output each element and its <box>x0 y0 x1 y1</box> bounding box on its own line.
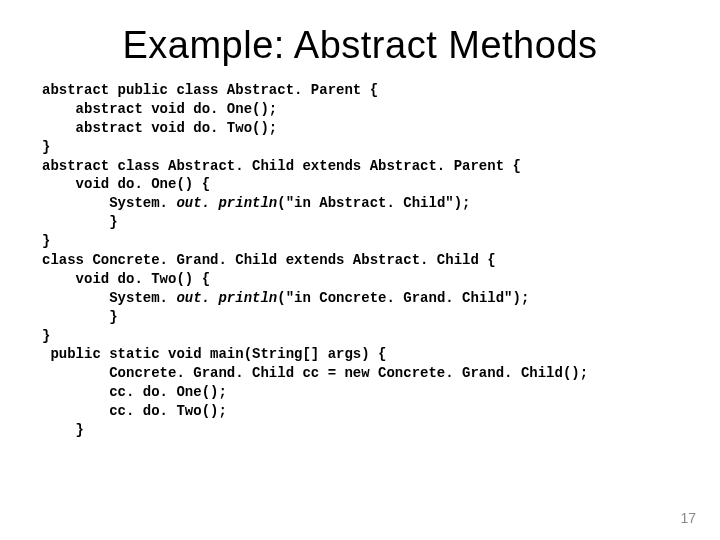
slide: Example: Abstract Methods abstract publi… <box>0 0 720 540</box>
code-italic: out. println <box>176 195 277 211</box>
code-line: } <box>42 214 118 230</box>
page-number: 17 <box>680 510 696 526</box>
code-block: abstract public class Abstract. Parent {… <box>0 75 720 440</box>
code-line: } <box>42 309 118 325</box>
code-line: System. <box>42 195 176 211</box>
code-line: class Concrete. Grand. Child extends Abs… <box>42 252 496 268</box>
code-line: void do. Two() { <box>42 271 210 287</box>
code-line: abstract void do. Two(); <box>42 120 277 136</box>
code-line: cc. do. Two(); <box>42 403 227 419</box>
code-line: } <box>42 422 84 438</box>
code-line: public static void main(String[] args) { <box>42 346 386 362</box>
code-line: void do. One() { <box>42 176 210 192</box>
code-line: } <box>42 233 50 249</box>
code-line: } <box>42 328 50 344</box>
code-line: cc. do. One(); <box>42 384 227 400</box>
code-line: abstract void do. One(); <box>42 101 277 117</box>
code-line: } <box>42 139 50 155</box>
code-line: ("in Concrete. Grand. Child"); <box>277 290 529 306</box>
code-line: System. <box>42 290 176 306</box>
code-italic: out. println <box>176 290 277 306</box>
code-line: ("in Abstract. Child"); <box>277 195 470 211</box>
slide-title: Example: Abstract Methods <box>0 0 720 75</box>
code-line: Concrete. Grand. Child cc = new Concrete… <box>42 365 588 381</box>
code-line: abstract class Abstract. Child extends A… <box>42 158 521 174</box>
code-line: abstract public class Abstract. Parent { <box>42 82 378 98</box>
